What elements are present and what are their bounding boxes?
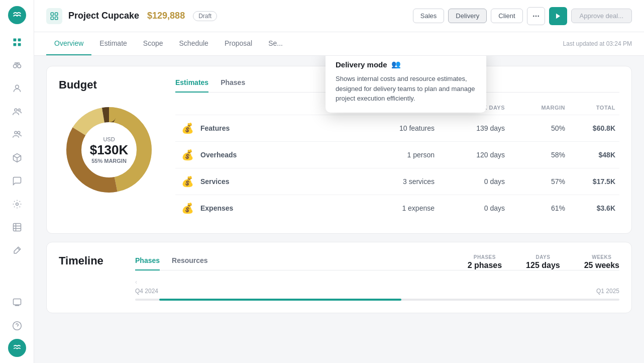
services-total: $17.5K (565, 177, 615, 186)
expenses-workdays: 0 days (435, 204, 505, 212)
tab-overview[interactable]: Overview (46, 32, 91, 55)
timeline-tabs: Phases Resources (135, 256, 208, 270)
topbar: Project Cupcake $129,888 Draft Sales Del… (34, 0, 644, 32)
help-icon[interactable] (7, 316, 27, 336)
svg-rect-2 (13, 43, 16, 46)
approve-deal-button[interactable]: Approve deal... (571, 9, 632, 23)
timeline-card: Timeline Phases Resources PHASES 2 phase… (46, 242, 632, 313)
svg-rect-12 (13, 224, 21, 231)
svg-point-4 (13, 64, 17, 68)
svg-point-14 (13, 322, 21, 330)
timeline-body: ‹ Q4 2024 Q1 2025 (135, 279, 619, 301)
expenses-total: $3.6K (565, 204, 615, 212)
budget-donut: USD $130K 55% MARGIN (59, 100, 159, 200)
grid-icon[interactable] (7, 32, 27, 52)
project-title: Project Cupcake (68, 11, 139, 21)
tab-proposal[interactable]: Proposal (217, 32, 260, 55)
delivery-mode-tooltip: Delivery mode 👥 Shows internal costs and… (326, 56, 486, 113)
budget-row-features: 💰 Features 10 features 139 days 50% $60.… (175, 115, 619, 141)
user-avatar[interactable] (8, 339, 26, 357)
svg-point-21 (538, 15, 539, 17)
features-total: $60.8K (565, 124, 615, 132)
budget-tab-estimates[interactable]: Estimates (175, 78, 208, 93)
content-area: Delivery mode 👥 Shows internal costs and… (34, 56, 644, 363)
q1-2025-label: Q1 2025 (596, 288, 619, 295)
tab-more[interactable]: Se... (260, 32, 291, 55)
col-margin: MARGIN (505, 105, 565, 111)
box-icon[interactable] (7, 148, 27, 168)
expenses-icon: 💰 (179, 200, 195, 216)
donut-center: USD $130K 55% MARGIN (90, 136, 129, 164)
donut-amount: $130K (90, 142, 129, 158)
tab-scope[interactable]: Scope (135, 32, 171, 55)
client-button[interactable]: Client (491, 9, 522, 23)
delivery-button[interactable]: Delivery (448, 9, 487, 23)
sales-button[interactable]: Sales (413, 9, 445, 23)
stat-days: DAYS 125 days (526, 254, 560, 270)
col-total: TOTAL (565, 105, 615, 111)
nav-tabs: Overview Estimate Scope Schedule Proposa… (34, 32, 644, 56)
table-icon[interactable] (7, 217, 27, 237)
timeline-content: Phases Resources PHASES 2 phases DAYS 12… (135, 254, 619, 301)
tab-schedule[interactable]: Schedule (171, 32, 217, 55)
play-button[interactable] (549, 7, 567, 25)
svg-point-8 (18, 109, 20, 111)
app-logo[interactable] (8, 6, 26, 24)
budget-row-expenses: 💰 Expenses 1 expense 0 days 61% $3.6K (175, 195, 619, 221)
features-margin: 50% (505, 124, 565, 132)
svg-rect-18 (55, 17, 58, 19)
timeline-tab-phases[interactable]: Phases (135, 256, 160, 270)
svg-point-19 (533, 15, 534, 17)
features-icon: 💰 (179, 120, 195, 136)
expenses-scope: 1 expense (354, 204, 435, 212)
timeline-scroll-left: ‹ (135, 279, 619, 286)
timeline-tab-resources[interactable]: Resources (172, 256, 208, 270)
svg-rect-0 (13, 39, 16, 42)
budget-title: Budget (59, 78, 119, 92)
binoculars-icon[interactable] (7, 55, 27, 75)
people-cost-icon[interactable] (7, 102, 27, 122)
sidebar (0, 0, 34, 363)
svg-rect-1 (18, 39, 21, 42)
svg-rect-13 (13, 299, 21, 305)
overheads-scope: 1 person (354, 151, 435, 159)
svg-point-9 (15, 131, 17, 134)
donut-margin: 55% MARGIN (90, 158, 129, 164)
features-label: Features (200, 124, 230, 132)
overheads-total: $48K (565, 151, 615, 159)
tab-estimate[interactable]: Estimate (91, 32, 135, 55)
services-scope: 3 services (354, 177, 435, 186)
person-icon[interactable] (7, 78, 27, 99)
tooltip-body: Shows internal costs and resource estima… (336, 74, 476, 104)
draft-badge: Draft (193, 11, 217, 21)
svg-point-6 (15, 85, 19, 88)
svg-point-20 (535, 15, 536, 17)
features-workdays: 139 days (435, 124, 505, 132)
services-label: Services (200, 177, 230, 186)
timeline-stats: PHASES 2 phases DAYS 125 days WEEKS 25 w… (468, 254, 619, 270)
svg-point-7 (15, 109, 17, 111)
layout-icon[interactable] (7, 293, 27, 313)
svg-rect-16 (55, 13, 58, 15)
chat-icon[interactable] (7, 171, 27, 191)
svg-rect-3 (18, 43, 21, 46)
svg-point-5 (17, 64, 21, 68)
tooltip-title: Delivery mode 👥 (336, 60, 476, 69)
expenses-margin: 61% (505, 204, 565, 212)
more-options-button[interactable] (527, 7, 545, 25)
donut-currency: USD (90, 136, 129, 142)
stat-phases: PHASES 2 phases (468, 254, 502, 270)
services-workdays: 0 days (435, 177, 505, 186)
main-content: Project Cupcake $129,888 Draft Sales Del… (34, 0, 644, 363)
q4-2024-label: Q4 2024 (135, 288, 158, 295)
last-updated: Last updated at 03:24 PM (563, 33, 632, 54)
project-icon (46, 8, 62, 24)
services-icon: 💰 (179, 173, 195, 190)
settings-icon[interactable] (7, 194, 27, 214)
svg-point-11 (16, 203, 18, 206)
magic-icon[interactable] (7, 240, 27, 260)
budget-row-services: 💰 Services 3 services 0 days 57% $17.5K (175, 168, 619, 195)
overheads-icon: 💰 (179, 147, 195, 163)
budget-tab-phases[interactable]: Phases (221, 78, 245, 93)
team-icon[interactable] (7, 125, 27, 145)
